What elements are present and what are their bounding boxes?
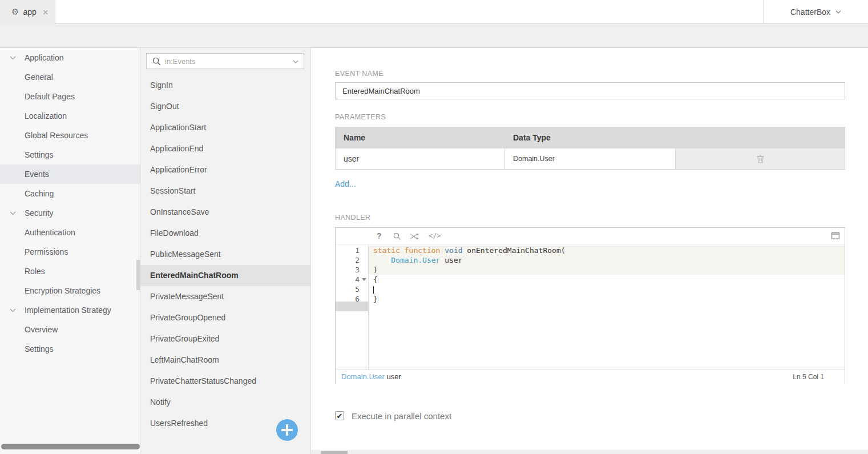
chevron-down-icon: [10, 56, 16, 60]
search-icon[interactable]: [393, 232, 401, 240]
chevron-down-icon[interactable]: [293, 60, 298, 63]
trash-icon[interactable]: [757, 155, 764, 163]
sidebar-item-settings[interactable]: Settings: [0, 145, 140, 164]
checkmark-icon: ✔: [337, 412, 343, 420]
parameter-row[interactable]: user Domain.User: [336, 148, 845, 169]
event-item-oninstancesave[interactable]: OnInstanceSave: [140, 202, 311, 223]
code-line-3[interactable]: ): [369, 265, 843, 275]
sidebar-item-general[interactable]: General: [0, 67, 140, 87]
parameter-name[interactable]: user: [336, 148, 505, 169]
events-list-panel: SignIn SignOut ApplicationStart Applicat…: [140, 48, 311, 454]
event-item-leftmainchatroom[interactable]: LeftMainChatRoom: [140, 349, 311, 371]
event-item-privategroupexited[interactable]: PrivateGroupExited: [140, 328, 311, 349]
line-number: 4: [336, 275, 360, 284]
event-item-publicmessagesent[interactable]: PublicMessageSent: [140, 244, 311, 265]
navigation-sidebar: Application General Default Pages Locali…: [0, 48, 140, 454]
sidebar-horizontal-scrollbar[interactable]: [1, 444, 140, 449]
hint-variable: user: [385, 372, 401, 381]
shuffle-icon[interactable]: [410, 233, 419, 240]
expand-icon[interactable]: [831, 232, 839, 239]
parameter-data-type[interactable]: Domain.User: [505, 148, 676, 169]
code-line-1[interactable]: static function void onEnteredMainChatRo…: [369, 246, 843, 255]
event-item-signin[interactable]: SignIn: [140, 75, 311, 96]
sidebar-item-global-resources[interactable]: Global Resources: [0, 126, 140, 145]
code-line-5-active[interactable]: [369, 284, 843, 294]
event-item-privategroupopened[interactable]: PrivateGroupOpened: [140, 307, 311, 328]
main-horizontal-scrollbar-thumb[interactable]: [321, 451, 348, 454]
sidebar-item-settings-2[interactable]: Settings: [0, 339, 140, 359]
sidebar-item-events[interactable]: Events: [0, 164, 140, 184]
sidebar-item-authentication[interactable]: Authentication: [0, 223, 140, 242]
line-number-active: 5: [336, 284, 360, 294]
event-item-privatechatterstatuschanged[interactable]: PrivateChatterStatusChanged: [140, 371, 311, 392]
line-number: 3: [336, 265, 360, 275]
parallel-context-checkbox[interactable]: ✔: [335, 411, 344, 420]
event-detail-panel: EVENT NAME PARAMETERS Name Data Type use…: [311, 48, 868, 451]
handler-label: HANDLER: [335, 214, 371, 222]
sidebar-item-permissions[interactable]: Permissions: [0, 242, 140, 262]
parameter-actions-cell: [676, 148, 845, 169]
search-icon: [152, 57, 161, 66]
event-item-signout[interactable]: SignOut: [140, 96, 311, 117]
event-name-input[interactable]: [335, 82, 845, 99]
event-list: SignIn SignOut ApplicationStart Applicat…: [140, 75, 311, 434]
line-number: 2: [336, 255, 360, 265]
close-tab-icon[interactable]: ×: [43, 7, 49, 17]
column-header-data-type: Data Type: [505, 127, 676, 148]
event-item-privatemessagesent[interactable]: PrivateMessageSent: [140, 286, 311, 307]
event-search-box[interactable]: [146, 53, 304, 69]
main-toolbar: </>: [0, 24, 868, 48]
text-cursor: [373, 286, 374, 294]
event-item-applicationstart[interactable]: ApplicationStart: [140, 117, 311, 138]
event-item-filedownload[interactable]: FileDownload: [140, 223, 311, 244]
parallel-context-label: Execute in parallel context: [352, 411, 451, 421]
parallel-context-row[interactable]: ✔ Execute in parallel context: [335, 410, 451, 421]
chevron-down-icon: [10, 308, 16, 312]
tab-bar: ⚙ app × ChatterBox: [0, 0, 868, 24]
event-name-label: EVENT NAME: [335, 70, 383, 78]
event-item-notify[interactable]: Notify: [140, 392, 311, 413]
signature-hint: Domain.User user: [341, 372, 401, 381]
sidebar-item-overview[interactable]: Overview: [0, 320, 140, 339]
sidebar-item-encryption-strategies[interactable]: Encryption Strategies: [0, 281, 140, 300]
hint-type: Domain.User: [341, 372, 385, 381]
sidebar-item-implementation-strategy[interactable]: Implementation Strategy: [0, 300, 140, 320]
event-item-applicationend[interactable]: ApplicationEnd: [140, 138, 311, 159]
code-icon[interactable]: </>: [429, 232, 441, 240]
sidebar-item-localization[interactable]: Localization: [0, 106, 140, 126]
project-selector[interactable]: ChatterBox: [763, 0, 868, 24]
tab-app[interactable]: ⚙ app ×: [0, 0, 55, 24]
sidebar-item-roles[interactable]: Roles: [0, 262, 140, 281]
code-line-2[interactable]: Domain.User user: [369, 255, 843, 265]
editor-toolbar: ? </>: [336, 228, 845, 245]
add-parameter-link[interactable]: Add...: [335, 179, 356, 188]
sidebar-vertical-scrollbar[interactable]: [136, 260, 140, 290]
chevron-down-icon: [10, 211, 16, 215]
code-line-6[interactable]: }: [369, 294, 843, 304]
fold-caret-icon[interactable]: [362, 278, 366, 281]
sidebar-item-caching[interactable]: Caching: [0, 184, 140, 203]
main-horizontal-scrollbar[interactable]: [311, 451, 868, 454]
parameters-label: PARAMETERS: [335, 113, 386, 121]
event-item-sessionstart[interactable]: SessionStart: [140, 180, 311, 202]
column-header-actions: [676, 127, 845, 148]
sidebar-item-application[interactable]: Application: [0, 48, 140, 67]
sidebar-item-security[interactable]: Security: [0, 203, 140, 223]
search-input[interactable]: [165, 54, 285, 69]
cursor-position: Ln 5 Col 1: [793, 373, 824, 381]
sidebar-item-label: Application: [25, 53, 64, 62]
parameters-table: Name Data Type user Domain.User: [335, 127, 845, 170]
help-icon[interactable]: ?: [377, 231, 382, 240]
add-event-button[interactable]: [276, 419, 298, 441]
tab-label: app: [23, 7, 36, 17]
event-item-applicationerror[interactable]: ApplicationError: [140, 159, 311, 180]
column-header-name: Name: [336, 127, 505, 148]
sidebar-item-default-pages[interactable]: Default Pages: [0, 87, 140, 106]
editor-status-bar: Domain.User user Ln 5 Col 1: [336, 369, 845, 384]
code-line-4[interactable]: {: [369, 275, 843, 284]
code-editor[interactable]: ? </> 1 2 3 4 5 6: [335, 227, 845, 384]
parameters-table-header: Name Data Type: [336, 127, 845, 148]
event-item-enteredmainchatroom[interactable]: EnteredMainChatRoom: [140, 265, 311, 286]
line-number: 1: [336, 246, 360, 255]
chevron-down-icon: [835, 10, 841, 14]
